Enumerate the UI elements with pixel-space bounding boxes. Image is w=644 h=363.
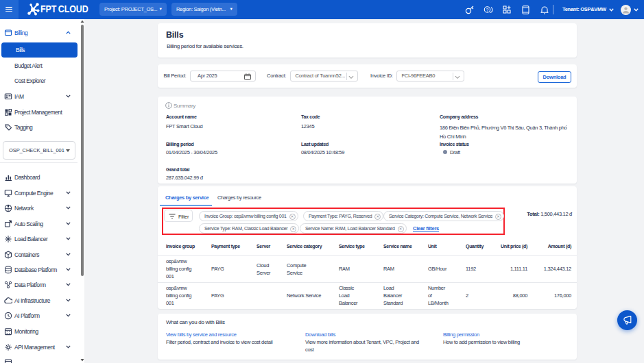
svg-text:?: ? [486, 8, 489, 12]
